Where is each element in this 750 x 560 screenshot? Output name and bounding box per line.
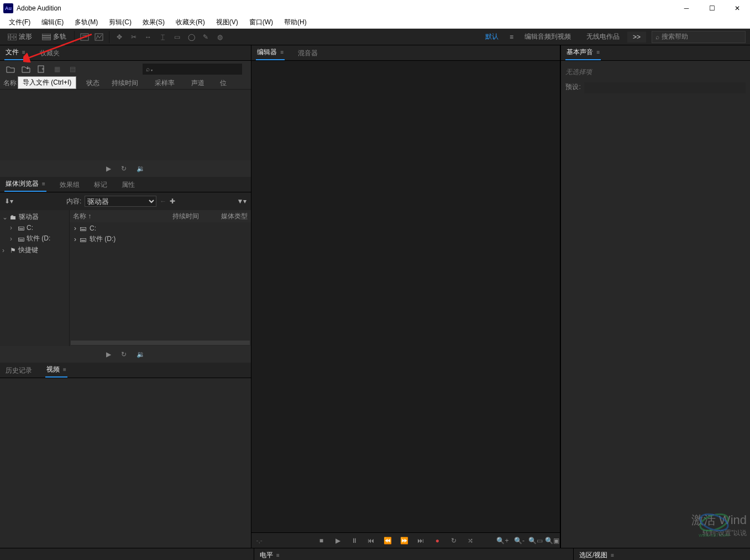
preview-loop-button[interactable]: ↻ xyxy=(121,350,127,358)
preview-play-button[interactable]: ▶ xyxy=(106,350,111,358)
tab-files[interactable]: 文件≡ xyxy=(4,45,27,60)
tab-editor[interactable]: 编辑器≡ xyxy=(256,45,285,60)
help-search-input[interactable]: ⌕ 搜索帮助 xyxy=(652,31,746,43)
stop-button[interactable]: ■ xyxy=(313,534,329,547)
slip-tool-icon[interactable]: ↔ xyxy=(141,30,155,44)
pause-button[interactable]: ⏸ xyxy=(347,534,362,547)
panel-menu-icon[interactable]: ≡ xyxy=(22,49,25,55)
panel-menu-icon[interactable]: ≡ xyxy=(63,367,66,373)
go-to-end-button[interactable]: ⏭ xyxy=(413,534,428,547)
loop-button[interactable]: ↻ xyxy=(446,534,461,547)
preset-dropdown[interactable] xyxy=(584,82,746,93)
open-file-button[interactable] xyxy=(4,64,17,75)
panel-menu-icon[interactable]: ≡ xyxy=(596,49,600,55)
new-folder-button[interactable]: ✚ xyxy=(170,197,175,205)
col-name[interactable]: 名称 ↑ xyxy=(70,212,169,221)
menu-file[interactable]: 文件(F) xyxy=(3,17,36,28)
video-panel-body xyxy=(0,378,251,548)
brush-tool-icon[interactable]: ✎ xyxy=(199,30,212,44)
horizontal-scrollbar[interactable] xyxy=(71,341,250,345)
tab-markers[interactable]: 标记 xyxy=(93,178,108,192)
content-dropdown[interactable]: 驱动器 xyxy=(85,196,156,207)
insert-to-multitrack-button[interactable]: ▤ xyxy=(66,64,78,75)
tab-history[interactable]: 历史记录 xyxy=(4,364,33,378)
panel-menu-icon[interactable]: ≡ xyxy=(276,552,280,558)
zoom-full-button[interactable]: 🔍▭ xyxy=(528,534,543,547)
list-item-c[interactable]: ›🖴C: xyxy=(70,223,251,233)
time-selection-tool-icon[interactable]: ⌶ xyxy=(156,30,169,44)
spot-healing-tool-icon[interactable]: ◍ xyxy=(213,30,227,44)
list-item-d[interactable]: ›🖴软件 (D:) xyxy=(70,233,251,245)
hud-toggle-icon[interactable] xyxy=(78,30,91,44)
ingest-button[interactable]: ⬇▾ xyxy=(4,197,13,205)
col-duration[interactable]: 持续时间 xyxy=(108,78,151,88)
workspace-default[interactable]: 默认 xyxy=(478,30,506,44)
menu-favorites[interactable]: 收藏夹(R) xyxy=(170,17,211,28)
tab-effects-rack[interactable]: 效果组 xyxy=(59,178,81,192)
menu-multitrack[interactable]: 多轨(M) xyxy=(69,17,103,28)
zoom-in-button[interactable]: 🔍+ xyxy=(495,534,510,547)
move-tool-icon[interactable]: ✥ xyxy=(113,30,126,44)
forward-button[interactable]: ⏩ xyxy=(396,534,412,547)
col-samplerate[interactable]: 采样率 xyxy=(151,78,188,88)
nav-back-button[interactable]: ← xyxy=(160,197,166,205)
col-channels[interactable]: 声道 xyxy=(188,78,217,88)
menu-effects[interactable]: 效果(S) xyxy=(137,17,170,28)
tab-selection-view[interactable]: 选区/视图≡ xyxy=(578,548,615,560)
close-file-button[interactable]: ▦ xyxy=(51,64,63,75)
preview-play-button[interactable]: ▶ xyxy=(106,165,111,172)
preview-autoplay-button[interactable]: 🔉 xyxy=(137,165,145,172)
timecode-display[interactable]: -,- xyxy=(251,537,312,545)
tab-video[interactable]: 视频≡ xyxy=(45,363,67,378)
tab-mixer[interactable]: 混音器 xyxy=(297,46,319,60)
tree-c-drive[interactable]: ›🖴C: xyxy=(0,223,69,233)
zoom-out-button[interactable]: 🔍- xyxy=(511,534,527,547)
menu-edit[interactable]: 编辑(E) xyxy=(36,17,69,28)
view-multitrack-button[interactable]: 多轨 xyxy=(38,30,71,43)
import-file-button[interactable] xyxy=(20,64,32,75)
view-waveform-button[interactable]: 波形 xyxy=(3,30,36,43)
window-maximize-button[interactable]: ☐ xyxy=(699,0,725,17)
menu-window[interactable]: 窗口(W) xyxy=(244,17,279,28)
go-to-start-button[interactable]: ⏮ xyxy=(363,534,379,547)
tree-shortcuts[interactable]: ›⚑快捷键 xyxy=(0,244,69,256)
tree-d-drive[interactable]: ›🖴软件 (D: xyxy=(0,233,69,244)
window-minimize-button[interactable]: ─ xyxy=(674,0,699,17)
new-file-button[interactable]: + xyxy=(35,64,48,75)
filter-button[interactable]: ▼▾ xyxy=(237,197,247,205)
tab-media-browser[interactable]: 媒体浏览器≡ xyxy=(4,177,46,192)
preview-loop-button[interactable]: ↻ xyxy=(121,165,127,172)
col-status[interactable]: 状态 xyxy=(83,78,108,88)
lasso-tool-icon[interactable]: ◯ xyxy=(185,30,198,44)
tab-essential-sound[interactable]: 基本声音≡ xyxy=(565,45,601,60)
files-list-body xyxy=(0,90,251,160)
workspace-radio[interactable]: 无线电作品 xyxy=(579,30,627,44)
files-filter-input[interactable]: ⌕▾ xyxy=(143,64,242,75)
razor-tool-icon[interactable]: ✂ xyxy=(127,30,140,44)
panel-menu-icon[interactable]: ≡ xyxy=(42,181,45,187)
workspace-overflow-button[interactable]: >> xyxy=(627,32,646,43)
record-button[interactable]: ● xyxy=(429,534,445,547)
tab-properties[interactable]: 属性 xyxy=(120,178,136,192)
panel-menu-icon[interactable]: ≡ xyxy=(611,552,614,558)
col-bit[interactable]: 位 xyxy=(217,78,230,88)
workspace-default-menu-icon[interactable]: ≡ xyxy=(506,33,517,41)
zoom-selection-button[interactable]: 🔍▣ xyxy=(544,534,560,547)
spectral-display-icon[interactable] xyxy=(92,30,106,44)
rewind-button[interactable]: ⏪ xyxy=(380,534,395,547)
col-duration[interactable]: 持续时间 xyxy=(169,212,213,221)
window-close-button[interactable]: ✕ xyxy=(725,0,750,17)
tab-levels[interactable]: 电平≡ xyxy=(259,548,281,560)
preview-autoplay-button[interactable]: 🔉 xyxy=(137,350,145,358)
col-media-type[interactable]: 媒体类型 xyxy=(213,212,251,221)
play-button[interactable]: ▶ xyxy=(330,534,345,547)
menu-help[interactable]: 帮助(H) xyxy=(279,17,312,28)
tab-favorites[interactable]: 收藏夹 xyxy=(39,46,61,60)
menu-view[interactable]: 视图(V) xyxy=(211,17,244,28)
workspace-edit-to-video[interactable]: 编辑音频到视频 xyxy=(517,30,579,44)
marquee-tool-icon[interactable]: ▭ xyxy=(170,30,183,44)
panel-menu-icon[interactable]: ≡ xyxy=(280,49,284,55)
menu-clip[interactable]: 剪辑(C) xyxy=(103,17,137,28)
tree-drivers[interactable]: ⌄🖿驱动器 xyxy=(0,211,69,223)
skip-selection-button[interactable]: ⤭ xyxy=(463,534,478,547)
